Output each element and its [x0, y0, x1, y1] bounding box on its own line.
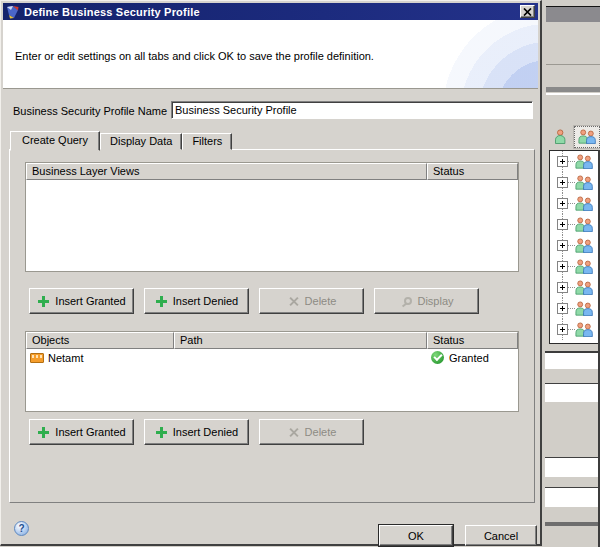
button-icon: [287, 295, 300, 308]
create-query-tab-panel: Business Layer Views Status Insert Grant…: [9, 149, 535, 503]
objects-button-row: Insert Granted Insert Denied Delete: [29, 419, 364, 445]
user-group-icon: [574, 196, 595, 211]
tab[interactable]: Create Query: [10, 131, 100, 151]
tree-item[interactable]: [550, 193, 600, 214]
background-window-row: [545, 477, 600, 488]
table-row[interactable]: Netamt Granted: [26, 349, 518, 366]
screen: Define Business Security Profile Enter o…: [0, 0, 600, 547]
expand-plus-icon[interactable]: [557, 198, 568, 209]
dialog-description: Enter or edit settings on all tabs and c…: [15, 50, 418, 62]
background-window: [542, 0, 600, 547]
security-profile-app-icon: [6, 5, 20, 19]
button-label: Delete: [305, 426, 337, 438]
tree-item[interactable]: [550, 277, 600, 298]
button-label: Display: [417, 295, 453, 307]
column-header-objects[interactable]: Objects: [26, 332, 174, 349]
background-window-divider: [546, 64, 600, 65]
user-group-icon: [574, 175, 595, 190]
dialog-titlebar[interactable]: Define Business Security Profile: [3, 3, 538, 20]
expand-plus-icon[interactable]: [557, 324, 568, 335]
tree-item[interactable]: [550, 151, 600, 172]
tree-item[interactable]: [550, 256, 600, 277]
background-window-row: [545, 351, 600, 369]
action-button[interactable]: Delete: [259, 288, 364, 314]
business-layer-views-table-body[interactable]: [26, 180, 518, 271]
button-icon: [37, 295, 50, 308]
user-group-icon: [574, 154, 595, 169]
tree-item[interactable]: [550, 319, 600, 340]
expand-plus-icon[interactable]: [557, 156, 568, 167]
action-button[interactable]: Insert Granted: [29, 419, 134, 445]
ok-button[interactable]: OK: [379, 525, 453, 546]
column-header-status[interactable]: Status: [427, 332, 518, 349]
tree-item[interactable]: [550, 172, 600, 193]
tree-item[interactable]: [550, 214, 600, 235]
object-name: Netamt: [48, 352, 83, 364]
button-label: Insert Denied: [173, 426, 238, 438]
button-label: Delete: [305, 295, 337, 307]
action-button[interactable]: Display: [374, 288, 479, 314]
help-icon[interactable]: [14, 521, 29, 536]
button-label: Insert Granted: [55, 426, 125, 438]
background-window-divider: [546, 93, 600, 95]
objects-table-header: Objects Path Status: [26, 332, 518, 349]
action-button[interactable]: Insert Denied: [144, 419, 249, 445]
user-group-icon: [574, 238, 595, 253]
status-value: Granted: [449, 352, 489, 364]
background-window-band: [546, 6, 600, 22]
background-window-band: [545, 522, 600, 526]
dialog-title: Define Business Security Profile: [24, 6, 520, 18]
button-icon: [155, 295, 168, 308]
background-window-row: [545, 369, 600, 384]
user-group-icon: [574, 259, 595, 274]
profile-name-input[interactable]: [171, 101, 533, 119]
expand-plus-icon[interactable]: [557, 303, 568, 314]
dialog-header: Enter or edit settings on all tabs and c…: [3, 20, 538, 89]
button-label: Insert Granted: [55, 295, 125, 307]
expand-plus-icon[interactable]: [557, 177, 568, 188]
tree-item[interactable]: [550, 235, 600, 256]
tab[interactable]: Filters: [182, 133, 232, 150]
objects-table-body[interactable]: Netamt Granted: [26, 349, 518, 411]
expand-plus-icon[interactable]: [557, 240, 568, 251]
tree-item[interactable]: [550, 298, 600, 319]
background-window-row: [545, 457, 600, 477]
button-label: Insert Denied: [173, 295, 238, 307]
views-button-row: Insert Granted Insert Denied Delete: [29, 288, 479, 314]
profile-name-label: Business Security Profile Name: [13, 105, 167, 117]
expand-plus-icon[interactable]: [557, 282, 568, 293]
button-icon: [37, 426, 50, 439]
action-button[interactable]: Insert Granted: [29, 288, 134, 314]
background-user-group-tree: [549, 150, 600, 344]
objects-table: Objects Path Status Netamt: [25, 331, 519, 412]
user-icon[interactable]: [551, 126, 570, 148]
background-window-row: [545, 384, 600, 402]
button-icon: [399, 295, 412, 308]
user-group-icon[interactable]: [574, 126, 600, 148]
business-layer-views-table: Business Layer Views Status: [25, 162, 519, 272]
background-window-band: [546, 87, 600, 92]
column-header-path[interactable]: Path: [174, 332, 427, 349]
button-icon: [155, 426, 168, 439]
define-business-security-profile-dialog: Define Business Security Profile Enter o…: [0, 0, 542, 546]
user-group-icon: [574, 280, 595, 295]
background-toolbar: [551, 124, 600, 149]
background-window-row: [545, 488, 600, 507]
cancel-button[interactable]: Cancel: [465, 525, 537, 546]
business-layer-views-table-header: Business Layer Views Status: [26, 163, 518, 180]
expand-plus-icon[interactable]: [557, 261, 568, 272]
action-button[interactable]: Insert Denied: [144, 288, 249, 314]
tab-strip: Create Query Display Data Filters: [10, 131, 232, 150]
column-header-status[interactable]: Status: [427, 163, 518, 180]
tab[interactable]: Display Data: [100, 133, 182, 150]
object-path: [174, 349, 427, 366]
action-button[interactable]: Delete: [259, 419, 364, 445]
user-group-icon: [574, 301, 595, 316]
measure-icon: [30, 353, 44, 363]
button-icon: [287, 426, 300, 439]
close-icon[interactable]: [520, 5, 535, 18]
column-header-business-layer-views[interactable]: Business Layer Views: [26, 163, 427, 180]
granted-check-icon: [431, 351, 444, 364]
expand-plus-icon[interactable]: [557, 219, 568, 230]
user-group-icon: [574, 217, 595, 232]
